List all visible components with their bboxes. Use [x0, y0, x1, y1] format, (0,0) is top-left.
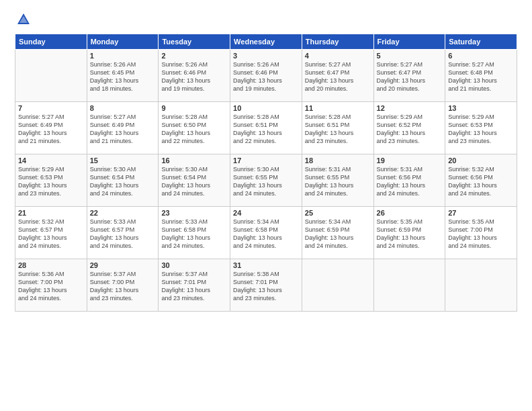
day-info: Sunrise: 5:29 AM Sunset: 6:53 PM Dayligh…: [18, 165, 84, 198]
day-number: 9: [161, 104, 227, 112]
day-number: 18: [305, 156, 371, 165]
day-number: 3: [233, 52, 299, 60]
week-row-3: 21Sunrise: 5:32 AM Sunset: 6:57 PM Dayli…: [15, 207, 517, 259]
week-row-2: 14Sunrise: 5:29 AM Sunset: 6:53 PM Dayli…: [15, 154, 517, 207]
calendar-cell: 6Sunrise: 5:27 AM Sunset: 6:48 PM Daylig…: [445, 50, 517, 102]
day-info: Sunrise: 5:29 AM Sunset: 6:52 PM Dayligh…: [377, 113, 443, 146]
calendar-cell: 4Sunrise: 5:27 AM Sunset: 6:47 PM Daylig…: [302, 50, 373, 102]
calendar-cell: 29Sunrise: 5:37 AM Sunset: 7:00 PM Dayli…: [87, 259, 159, 312]
day-number: 8: [90, 104, 156, 112]
calendar-cell: 25Sunrise: 5:34 AM Sunset: 6:59 PM Dayli…: [302, 207, 373, 259]
day-info: Sunrise: 5:32 AM Sunset: 6:57 PM Dayligh…: [18, 218, 84, 250]
day-number: 21: [18, 209, 84, 217]
calendar-cell: 19Sunrise: 5:31 AM Sunset: 6:56 PM Dayli…: [373, 154, 445, 207]
day-number: 15: [90, 156, 156, 165]
calendar-cell: 14Sunrise: 5:29 AM Sunset: 6:53 PM Dayli…: [15, 154, 87, 207]
day-number: 17: [233, 156, 299, 165]
day-number: 6: [448, 52, 514, 60]
day-number: 14: [18, 156, 84, 165]
header-row: SundayMondayTuesdayWednesdayThursdayFrid…: [15, 34, 517, 50]
day-info: Sunrise: 5:32 AM Sunset: 6:56 PM Dayligh…: [448, 165, 514, 198]
logo: [15, 12, 32, 27]
calendar-cell: 24Sunrise: 5:34 AM Sunset: 6:58 PM Dayli…: [230, 207, 302, 259]
header: [15, 12, 517, 27]
calendar-cell: 5Sunrise: 5:27 AM Sunset: 6:47 PM Daylig…: [373, 50, 445, 102]
day-info: Sunrise: 5:26 AM Sunset: 6:45 PM Dayligh…: [90, 60, 156, 93]
day-info: Sunrise: 5:27 AM Sunset: 6:47 PM Dayligh…: [305, 60, 371, 93]
day-number: 4: [305, 52, 371, 60]
col-header-sunday: Sunday: [15, 34, 87, 50]
col-header-tuesday: Tuesday: [159, 34, 230, 50]
day-number: 13: [448, 104, 514, 112]
calendar-cell: [302, 259, 373, 312]
day-number: 30: [161, 261, 227, 269]
day-info: Sunrise: 5:30 AM Sunset: 6:55 PM Dayligh…: [233, 165, 299, 198]
calendar-cell: 22Sunrise: 5:33 AM Sunset: 6:57 PM Dayli…: [87, 207, 159, 259]
week-row-4: 28Sunrise: 5:36 AM Sunset: 7:00 PM Dayli…: [15, 259, 517, 312]
day-number: 24: [233, 209, 299, 217]
day-number: 16: [161, 156, 227, 165]
calendar-cell: [373, 259, 445, 312]
day-info: Sunrise: 5:27 AM Sunset: 6:49 PM Dayligh…: [90, 113, 156, 146]
day-number: 22: [90, 209, 156, 217]
col-header-friday: Friday: [373, 34, 445, 50]
calendar-table: SundayMondayTuesdayWednesdayThursdayFrid…: [15, 34, 517, 312]
day-info: Sunrise: 5:26 AM Sunset: 6:46 PM Dayligh…: [161, 60, 227, 93]
day-info: Sunrise: 5:28 AM Sunset: 6:51 PM Dayligh…: [233, 113, 299, 146]
day-info: Sunrise: 5:31 AM Sunset: 6:56 PM Dayligh…: [377, 165, 443, 198]
col-header-monday: Monday: [87, 34, 159, 50]
day-info: Sunrise: 5:33 AM Sunset: 6:58 PM Dayligh…: [161, 218, 227, 250]
calendar-cell: 7Sunrise: 5:27 AM Sunset: 6:49 PM Daylig…: [15, 102, 87, 154]
week-row-1: 7Sunrise: 5:27 AM Sunset: 6:49 PM Daylig…: [15, 102, 517, 154]
calendar-cell: [445, 259, 517, 312]
day-info: Sunrise: 5:28 AM Sunset: 6:50 PM Dayligh…: [161, 113, 227, 146]
day-info: Sunrise: 5:35 AM Sunset: 7:00 PM Dayligh…: [448, 218, 514, 250]
week-row-0: 1Sunrise: 5:26 AM Sunset: 6:45 PM Daylig…: [15, 50, 517, 102]
day-info: Sunrise: 5:27 AM Sunset: 6:48 PM Dayligh…: [448, 60, 514, 93]
day-info: Sunrise: 5:35 AM Sunset: 6:59 PM Dayligh…: [377, 218, 443, 250]
calendar-cell: 10Sunrise: 5:28 AM Sunset: 6:51 PM Dayli…: [230, 102, 302, 154]
calendar-cell: 31Sunrise: 5:38 AM Sunset: 7:01 PM Dayli…: [230, 259, 302, 312]
day-number: 5: [377, 52, 443, 60]
day-number: 31: [233, 261, 299, 269]
day-info: Sunrise: 5:36 AM Sunset: 7:00 PM Dayligh…: [18, 270, 84, 303]
day-info: Sunrise: 5:28 AM Sunset: 6:51 PM Dayligh…: [305, 113, 371, 146]
calendar-cell: 8Sunrise: 5:27 AM Sunset: 6:49 PM Daylig…: [87, 102, 159, 154]
calendar-cell: 17Sunrise: 5:30 AM Sunset: 6:55 PM Dayli…: [230, 154, 302, 207]
calendar-cell: 16Sunrise: 5:30 AM Sunset: 6:54 PM Dayli…: [159, 154, 230, 207]
calendar-cell: 11Sunrise: 5:28 AM Sunset: 6:51 PM Dayli…: [302, 102, 373, 154]
day-info: Sunrise: 5:29 AM Sunset: 6:53 PM Dayligh…: [448, 113, 514, 146]
day-number: 2: [161, 52, 227, 60]
day-number: 12: [377, 104, 443, 112]
day-info: Sunrise: 5:34 AM Sunset: 6:58 PM Dayligh…: [233, 218, 299, 250]
day-number: 19: [377, 156, 443, 165]
day-number: 25: [305, 209, 371, 217]
day-number: 1: [90, 52, 156, 60]
col-header-wednesday: Wednesday: [230, 34, 302, 50]
day-number: 20: [448, 156, 514, 165]
day-number: 29: [90, 261, 156, 269]
day-info: Sunrise: 5:26 AM Sunset: 6:46 PM Dayligh…: [233, 60, 299, 93]
calendar-cell: 1Sunrise: 5:26 AM Sunset: 6:45 PM Daylig…: [87, 50, 159, 102]
calendar-cell: 28Sunrise: 5:36 AM Sunset: 7:00 PM Dayli…: [15, 259, 87, 312]
day-info: Sunrise: 5:33 AM Sunset: 6:57 PM Dayligh…: [90, 218, 156, 250]
calendar-cell: 15Sunrise: 5:30 AM Sunset: 6:54 PM Dayli…: [87, 154, 159, 207]
day-info: Sunrise: 5:37 AM Sunset: 7:00 PM Dayligh…: [90, 270, 156, 303]
calendar-cell: 18Sunrise: 5:31 AM Sunset: 6:55 PM Dayli…: [302, 154, 373, 207]
day-number: 27: [448, 209, 514, 217]
calendar-cell: 3Sunrise: 5:26 AM Sunset: 6:46 PM Daylig…: [230, 50, 302, 102]
calendar-cell: 21Sunrise: 5:32 AM Sunset: 6:57 PM Dayli…: [15, 207, 87, 259]
calendar-cell: 20Sunrise: 5:32 AM Sunset: 6:56 PM Dayli…: [445, 154, 517, 207]
day-info: Sunrise: 5:27 AM Sunset: 6:49 PM Dayligh…: [18, 113, 84, 146]
calendar-cell: 9Sunrise: 5:28 AM Sunset: 6:50 PM Daylig…: [159, 102, 230, 154]
calendar-cell: 12Sunrise: 5:29 AM Sunset: 6:52 PM Dayli…: [373, 102, 445, 154]
calendar-cell: 26Sunrise: 5:35 AM Sunset: 6:59 PM Dayli…: [373, 207, 445, 259]
calendar-cell: 27Sunrise: 5:35 AM Sunset: 7:00 PM Dayli…: [445, 207, 517, 259]
day-number: 10: [233, 104, 299, 112]
page: SundayMondayTuesdayWednesdayThursdayFrid…: [0, 0, 532, 411]
day-info: Sunrise: 5:37 AM Sunset: 7:01 PM Dayligh…: [161, 270, 227, 303]
logo-icon: [16, 12, 31, 27]
day-number: 26: [377, 209, 443, 217]
day-info: Sunrise: 5:27 AM Sunset: 6:47 PM Dayligh…: [377, 60, 443, 93]
day-number: 11: [305, 104, 371, 112]
